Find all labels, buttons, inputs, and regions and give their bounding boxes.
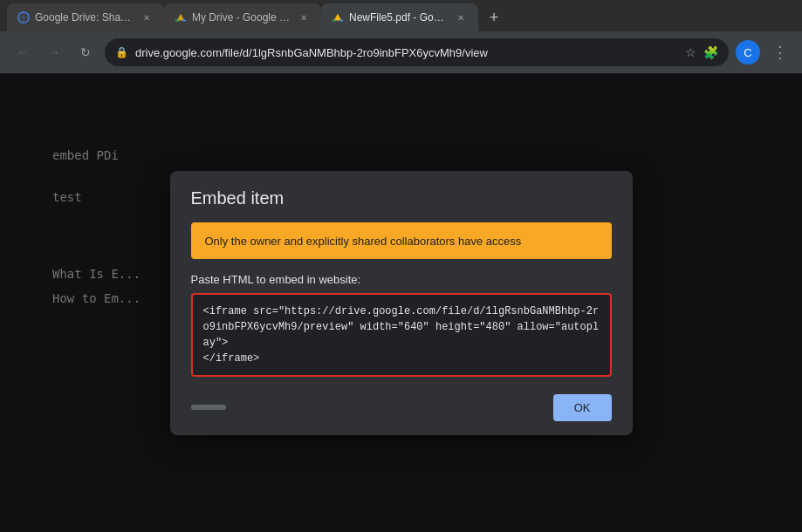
embed-code-box[interactable]: <iframe src="https://drive.google.com/fi… xyxy=(191,293,612,377)
back-button[interactable]: ← xyxy=(10,40,35,65)
profile-avatar[interactable]: C xyxy=(736,40,760,65)
scrollbar-indicator xyxy=(191,405,226,410)
dialog-body: Only the owner and explicitly shared col… xyxy=(170,222,633,384)
tab-my-drive[interactable]: My Drive - Google Drive ✕ xyxy=(164,3,321,31)
page-content: embed PDi test What Is E... How to Em...… xyxy=(0,73,802,532)
avatar-letter: C xyxy=(744,46,751,59)
embed-code-text[interactable]: <iframe src="https://drive.google.com/fi… xyxy=(203,304,600,366)
reload-button[interactable]: ↻ xyxy=(73,40,98,65)
dialog-header: Embed item xyxy=(170,171,633,222)
tab-pdf-favicon xyxy=(332,11,344,24)
embed-label: Paste HTML to embed in website: xyxy=(191,273,612,286)
tab-share-favicon xyxy=(17,11,30,24)
tab-my-drive-close[interactable]: ✕ xyxy=(297,10,311,24)
tab-my-drive-favicon xyxy=(175,11,187,24)
tab-share-close[interactable]: ✕ xyxy=(140,10,154,24)
address-bar: ← → ↻ 🔒 drive.google.com/file/d/1lgRsnbG… xyxy=(0,31,802,73)
new-tab-button[interactable]: + xyxy=(482,5,506,30)
access-warning-text: Only the owner and explicitly shared col… xyxy=(205,235,522,248)
tab-share-title: Google Drive: Share Files C... xyxy=(35,11,134,24)
tab-pdf[interactable]: NewFile5.pdf - Google Driv... ✕ xyxy=(321,3,478,31)
embed-dialog: Embed item Only the owner and explicitly… xyxy=(170,171,633,435)
tab-share[interactable]: Google Drive: Share Files C... ✕ xyxy=(7,3,164,31)
menu-button[interactable]: ⋮ xyxy=(767,40,792,65)
url-bar[interactable]: 🔒 drive.google.com/file/d/1lgRsnbGaNMBhb… xyxy=(105,38,729,66)
url-text: drive.google.com/file/d/1lgRsnbGaNMBhbp-… xyxy=(135,46,678,59)
tab-my-drive-title: My Drive - Google Drive xyxy=(192,11,291,24)
extensions-icon[interactable]: 🧩 xyxy=(703,45,718,59)
tab-pdf-title: NewFile5.pdf - Google Driv... xyxy=(349,11,449,24)
tab-pdf-close[interactable]: ✕ xyxy=(454,10,468,24)
bookmark-icon[interactable]: ☆ xyxy=(685,45,696,59)
lock-icon: 🔒 xyxy=(115,46,128,58)
tab-bar: Google Drive: Share Files C... ✕ My Driv… xyxy=(0,0,802,31)
dialog-footer: OK xyxy=(170,384,633,435)
access-warning-banner: Only the owner and explicitly shared col… xyxy=(191,222,612,259)
browser-frame: Google Drive: Share Files C... ✕ My Driv… xyxy=(0,0,802,532)
modal-overlay: Embed item Only the owner and explicitly… xyxy=(0,73,802,532)
dialog-title: Embed item xyxy=(191,188,612,208)
ok-button[interactable]: OK xyxy=(553,394,612,421)
forward-button[interactable]: → xyxy=(42,40,66,65)
